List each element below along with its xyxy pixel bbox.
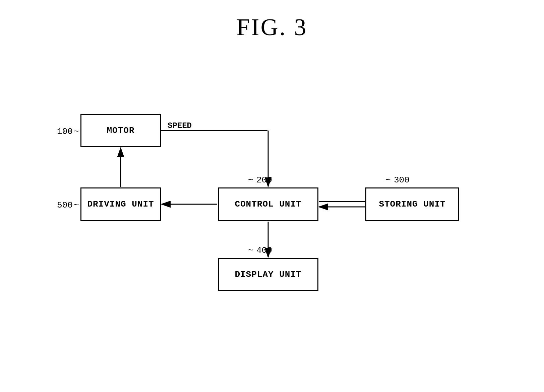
driving-unit-box: DRIVING UNIT [80,187,161,221]
control-unit-ref-label: 200 [256,175,272,185]
display-unit-box: DISPLAY UNIT [218,258,318,291]
display-unit-ref-tilde: ~ [248,245,253,255]
motor-box: MOTOR [80,114,161,147]
diagram: MOTOR 100 ~ CONTROL UNIT 200 ~ STORING U… [27,94,517,372]
motor-ref-label: 100 [57,127,73,137]
motor-ref-tilde: ~ [74,127,79,137]
speed-label: SPEED [168,121,192,130]
display-unit-ref-label: 400 [256,245,272,255]
page: FIG. 3 [0,0,544,392]
control-unit-box: CONTROL UNIT [218,187,318,221]
figure-title: FIG. 3 [0,13,544,41]
storing-unit-ref-label: 300 [394,175,410,185]
control-unit-ref-tilde: ~ [248,175,253,185]
storing-unit-box: STORING UNIT [365,187,459,221]
driving-unit-ref-label: 500 [57,200,73,210]
driving-unit-ref-tilde: ~ [74,200,79,210]
storing-unit-ref-tilde: ~ [385,175,391,185]
